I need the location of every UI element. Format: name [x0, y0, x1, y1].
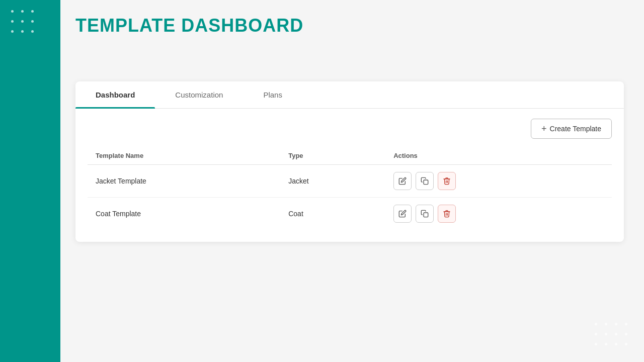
tab-customization[interactable]: Customization	[155, 81, 243, 108]
cell-template-name: Coat Template	[88, 198, 280, 230]
edit-icon	[398, 210, 407, 218]
tab-plans[interactable]: Plans	[243, 81, 302, 108]
copy-button[interactable]	[416, 172, 434, 190]
dashboard-card: Dashboard Customization Plans + Create T…	[75, 81, 624, 242]
dot-grid-bottom-right	[595, 323, 630, 348]
col-header-name: Template Name	[88, 147, 280, 165]
cell-actions	[385, 198, 612, 230]
main-content: TEMPLATE DASHBOARD Dashboard Customizati…	[60, 0, 644, 362]
trash-icon	[443, 177, 451, 185]
dot-grid-top-left	[11, 10, 36, 35]
copy-icon	[421, 210, 429, 218]
cell-template-type: Coat	[280, 198, 385, 230]
create-template-label: Create Template	[550, 125, 601, 133]
tabs-bar: Dashboard Customization Plans	[75, 81, 624, 109]
left-sidebar	[0, 0, 60, 362]
edit-icon	[398, 177, 407, 185]
tab-dashboard[interactable]: Dashboard	[75, 81, 155, 108]
table-row: Coat Template Coat	[88, 198, 612, 230]
create-template-button[interactable]: + Create Template	[531, 119, 612, 139]
copy-icon	[421, 177, 429, 185]
table-row: Jacket Template Jacket	[88, 165, 612, 198]
col-header-type: Type	[280, 147, 385, 165]
plus-icon: +	[541, 124, 547, 133]
edit-button[interactable]	[393, 172, 412, 190]
table-area: + Create Template Template Name Type Act…	[75, 109, 624, 242]
templates-table: Template Name Type Actions Jacket Templa…	[88, 147, 612, 230]
cell-template-name: Jacket Template	[88, 165, 280, 198]
col-header-actions: Actions	[385, 147, 612, 165]
edit-button[interactable]	[393, 205, 412, 223]
trash-icon	[443, 210, 451, 218]
svg-rect-1	[424, 213, 428, 217]
create-btn-row: + Create Template	[88, 119, 612, 139]
page-title: TEMPLATE DASHBOARD	[75, 15, 624, 36]
cell-actions	[385, 165, 612, 198]
delete-button[interactable]	[438, 172, 456, 190]
svg-rect-0	[424, 180, 428, 185]
copy-button[interactable]	[416, 205, 434, 223]
cell-template-type: Jacket	[280, 165, 385, 198]
delete-button[interactable]	[438, 205, 456, 223]
